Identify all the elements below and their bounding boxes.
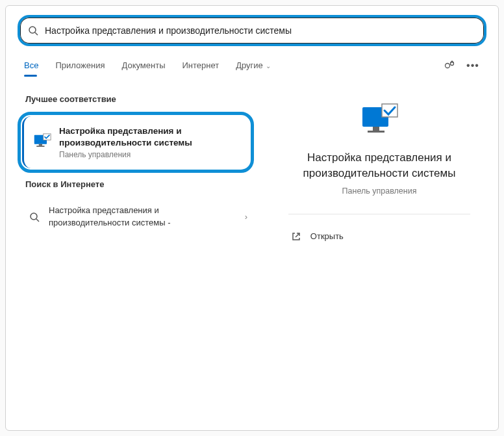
results-list: Лучшее соответствие Настройка предста bbox=[6, 76, 260, 430]
monitor-settings-icon bbox=[359, 102, 400, 138]
search-window: Все Приложения Документы Интернет Другие… bbox=[5, 5, 499, 431]
svg-rect-5 bbox=[39, 144, 42, 146]
tab-documents[interactable]: Документы bbox=[121, 55, 165, 75]
svg-point-0 bbox=[29, 27, 36, 33]
search-bar-container bbox=[6, 6, 498, 51]
tab-all[interactable]: Все bbox=[24, 55, 38, 75]
web-result[interactable]: Настройка представления и производительн… bbox=[18, 197, 254, 236]
svg-point-2 bbox=[446, 63, 450, 68]
best-match-result[interactable]: Настройка представления и производительн… bbox=[22, 116, 249, 168]
preview-category: Панель управления bbox=[342, 186, 417, 196]
search-box-highlight bbox=[18, 15, 486, 46]
results-content: Лучшее соответствие Настройка предста bbox=[6, 76, 498, 430]
preview-title: Настройка представления и производительн… bbox=[282, 150, 477, 181]
search-icon bbox=[29, 212, 40, 222]
chevron-down-icon: ⌄ bbox=[266, 62, 271, 70]
web-result-title: Настройка представления и производительн… bbox=[49, 205, 240, 228]
open-external-icon bbox=[291, 231, 301, 242]
result-text: Настройка представления и производительн… bbox=[59, 125, 240, 159]
section-web-search: Поиск в Интернете bbox=[25, 179, 254, 189]
tab-web[interactable]: Интернет bbox=[182, 55, 219, 75]
svg-line-9 bbox=[36, 219, 39, 222]
filter-tabs: Все Приложения Документы Интернет Другие… bbox=[6, 51, 498, 76]
open-action[interactable]: Открыть bbox=[288, 226, 470, 247]
tab-apps[interactable]: Приложения bbox=[55, 55, 105, 75]
result-category: Панель управления bbox=[59, 150, 240, 159]
svg-rect-6 bbox=[36, 146, 44, 147]
preview-pane: Настройка представления и производительн… bbox=[260, 76, 498, 430]
monitor-settings-icon bbox=[33, 133, 51, 151]
section-best-match: Лучшее соответствие bbox=[25, 94, 254, 104]
search-input[interactable] bbox=[45, 25, 476, 36]
svg-rect-12 bbox=[368, 131, 384, 133]
chevron-right-icon: › bbox=[245, 212, 247, 222]
search-icon bbox=[28, 25, 38, 36]
svg-point-8 bbox=[31, 213, 37, 220]
svg-line-1 bbox=[35, 32, 38, 35]
result-title: Настройка представления и производительн… bbox=[59, 125, 240, 149]
best-match-highlight: Настройка представления и производительн… bbox=[18, 112, 254, 173]
tab-more[interactable]: Другие⌄ bbox=[236, 55, 271, 75]
svg-line-14 bbox=[296, 233, 299, 237]
svg-rect-11 bbox=[373, 127, 379, 131]
divider bbox=[288, 214, 470, 214]
more-options-icon[interactable]: ••• bbox=[466, 58, 480, 73]
open-label: Открыть bbox=[310, 231, 344, 241]
account-switch-icon[interactable] bbox=[442, 58, 457, 73]
search-box[interactable] bbox=[28, 18, 476, 44]
tabs-actions: ••• bbox=[442, 58, 480, 73]
